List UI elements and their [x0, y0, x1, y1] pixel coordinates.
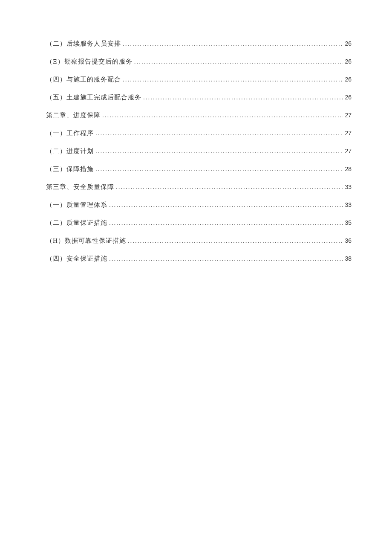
toc-entry: （H）数据可靠性保证措施36: [46, 235, 352, 246]
toc-entry: （二）质量保证措施35: [46, 218, 352, 228]
toc-entry: 第二章、进度保障27: [46, 110, 352, 120]
toc-leader-dots: [109, 218, 343, 228]
toc-leader-dots: [128, 235, 343, 246]
toc-entry: （四）与施工的服务配合26: [46, 74, 352, 84]
toc-entry-page: 26: [345, 93, 352, 102]
toc-entry-title: （Ξ）勘察报告提交后的服务: [46, 56, 133, 67]
toc-entry-page: 27: [345, 146, 352, 156]
toc-entry-page: 26: [345, 75, 352, 84]
toc-leader-dots: [109, 253, 343, 264]
toc-entry-page: 27: [345, 128, 352, 138]
toc-entry-title: （二）质量保证措施: [46, 218, 107, 228]
toc-entry-title: （二）进度计划: [46, 146, 94, 156]
toc-entry-title: （四）与施工的服务配合: [46, 74, 121, 84]
toc-leader-dots: [95, 164, 343, 174]
toc-entry-title: （一）质量管理体系: [46, 200, 107, 210]
toc-entry-title: 第二章、进度保障: [46, 110, 101, 120]
table-of-contents: （二）后续服务人员安排26（Ξ）勘察报告提交后的服务26（四）与施工的服务配合2…: [46, 38, 352, 264]
toc-entry-title: （三）保障措施: [46, 164, 94, 174]
toc-entry: （一）工作程序27: [46, 128, 352, 138]
toc-entry: （四）安全保证措施38: [46, 253, 352, 264]
toc-leader-dots: [116, 182, 343, 192]
toc-leader-dots: [123, 38, 343, 49]
toc-leader-dots: [143, 92, 343, 102]
toc-entry-page: 28: [345, 164, 352, 174]
toc-entry-page: 38: [345, 254, 352, 263]
toc-leader-dots: [109, 200, 343, 210]
toc-entry: （二）后续服务人员安排26: [46, 38, 352, 49]
toc-entry-title: （五）土建施工完成后配合服务: [46, 92, 141, 102]
toc-leader-dots: [95, 128, 343, 138]
toc-entry: （一）质量管理体系33: [46, 200, 352, 210]
toc-entry-title: （H）数据可靠性保证措施: [46, 235, 126, 246]
toc-entry: 第三章、安全质量保障33: [46, 182, 352, 192]
toc-entry-page: 26: [345, 57, 352, 66]
toc-entry-page: 33: [345, 182, 352, 192]
toc-entry-page: 36: [345, 236, 352, 245]
toc-entry-title: （四）安全保证措施: [46, 253, 107, 264]
toc-leader-dots: [95, 146, 343, 156]
toc-entry-page: 35: [345, 218, 352, 227]
toc-entry: （Ξ）勘察报告提交后的服务26: [46, 56, 352, 67]
toc-entry-title: 第三章、安全质量保障: [46, 182, 114, 192]
toc-entry: （二）进度计划27: [46, 146, 352, 156]
toc-entry: （五）土建施工完成后配合服务26: [46, 92, 352, 102]
toc-leader-dots: [123, 74, 343, 84]
toc-entry-title: （一）工作程序: [46, 128, 94, 138]
toc-entry-page: 27: [345, 110, 352, 120]
toc-leader-dots: [134, 56, 343, 67]
toc-entry: （三）保障措施28: [46, 164, 352, 174]
toc-entry-page: 33: [345, 200, 352, 209]
toc-entry-page: 26: [345, 39, 352, 48]
document-page: （二）后续服务人员安排26（Ξ）勘察报告提交后的服务26（四）与施工的服务配合2…: [0, 0, 392, 264]
toc-entry-title: （二）后续服务人员安排: [46, 38, 121, 49]
toc-leader-dots: [102, 110, 343, 120]
